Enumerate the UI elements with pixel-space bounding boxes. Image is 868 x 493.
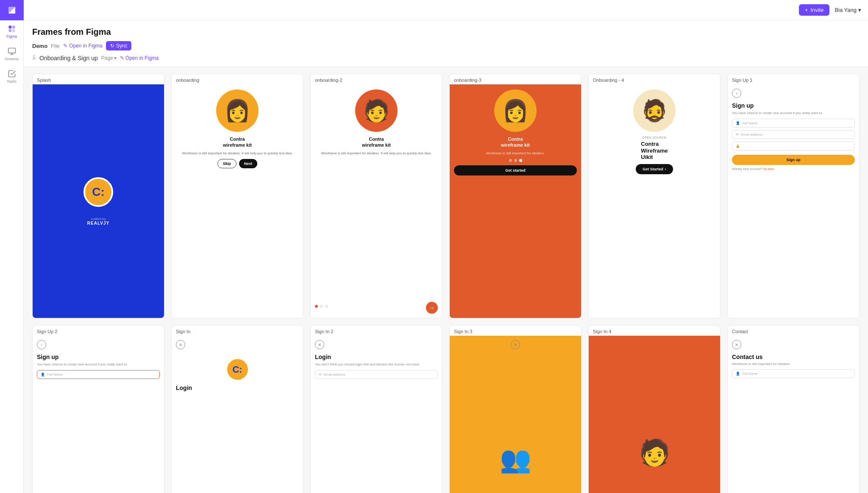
tasks-icon bbox=[8, 70, 16, 78]
signin4-character-icon: 🧑 bbox=[639, 440, 670, 465]
contact-fullname-placeholder: Full Name bbox=[742, 372, 757, 376]
frame-onboarding3-label: onboarding-3 bbox=[450, 74, 581, 84]
ob2-person-icon: 🧑 bbox=[363, 100, 389, 121]
open-figma-small-button[interactable]: ✎ Open in Figma bbox=[120, 55, 159, 61]
frame-signup1[interactable]: Sign Up 1 ‹ Sign up You have chance to c… bbox=[727, 74, 860, 318]
svg-rect-4 bbox=[8, 48, 15, 53]
frame-onboarding4-preview: 🧔 OPEN SOURCE ContraWireframeUikit Get S… bbox=[589, 84, 720, 318]
lock-icon: 🔒 bbox=[736, 144, 740, 148]
ob3-person-circle: 👩 bbox=[494, 89, 537, 132]
frame-splash-label: Splash bbox=[33, 74, 164, 84]
skip-button[interactable]: Skip bbox=[217, 159, 236, 168]
ob-title: Contrawireframe kit bbox=[223, 136, 252, 148]
signin-title: Login bbox=[176, 384, 192, 391]
frame-contact[interactable]: Contact ✕ Contact us Wireframe is still … bbox=[727, 325, 860, 493]
user-menu[interactable]: Bia Yang ▾ bbox=[835, 7, 861, 13]
dot-2 bbox=[320, 305, 323, 308]
page-dropdown[interactable]: Page ▾ bbox=[101, 55, 117, 61]
su1-signup-button[interactable]: Sign up bbox=[732, 155, 855, 165]
signin2-close-button[interactable]: ✕ bbox=[315, 340, 324, 349]
signin2-desc: You don't think you should login first a… bbox=[315, 362, 420, 367]
ob3-dot-2 bbox=[514, 159, 517, 162]
signin2-title: Login bbox=[315, 354, 331, 360]
user-name-label: Bia Yang bbox=[835, 7, 857, 13]
ob4-person-circle: 🧔 bbox=[633, 89, 676, 132]
su1-fullname-input[interactable]: 👤 Full Name bbox=[732, 119, 855, 128]
svg-rect-2 bbox=[8, 29, 11, 32]
frame-signin3-label: Sign In 3 bbox=[450, 326, 581, 336]
ob-buttons: Skip Next bbox=[217, 159, 258, 168]
ob4-arrow-icon: › bbox=[665, 167, 666, 171]
sidebar-item-tasks[interactable]: Tasks bbox=[0, 65, 23, 88]
signin3-characters-icon: 👥 bbox=[500, 447, 531, 472]
frame-onboarding[interactable]: onboarding 👩 Contrawireframe kit Wirefra… bbox=[171, 74, 303, 318]
invite-button[interactable]: + Invite bbox=[799, 4, 830, 16]
su1-title: Sign up bbox=[732, 102, 754, 109]
frame-onboarding3[interactable]: onboarding-3 👩 Contrawireframe kit Wiref… bbox=[449, 74, 581, 318]
su1-email-input[interactable]: ✉ Email address bbox=[732, 130, 855, 139]
contact-fullname-input[interactable]: 👤 Full Name bbox=[732, 369, 855, 378]
ob-desc: Wireframe is still important for ideatio… bbox=[182, 151, 293, 156]
open-figma-small-icon: ✎ bbox=[120, 55, 124, 61]
ob4-title: ContraWireframeUikit bbox=[641, 141, 668, 161]
invite-icon: + bbox=[805, 7, 808, 13]
app-logo[interactable] bbox=[0, 0, 24, 20]
ob2-next-arrow[interactable]: → bbox=[426, 302, 438, 314]
frame-signup2[interactable]: Sign Up 2 ‹ Sign up You have chance to c… bbox=[32, 325, 164, 493]
ob2-desc: Wireframe is still important for ideatio… bbox=[321, 151, 432, 156]
sidebar-item-figma[interactable]: Figma bbox=[0, 20, 23, 43]
frame-signin[interactable]: Sign In ✕ C: Login bbox=[171, 325, 303, 493]
su2-fullname-placeholder: Full Name bbox=[47, 373, 62, 376]
open-figma-button[interactable]: ✎ Open in Figma bbox=[63, 43, 103, 49]
su2-fullname-input[interactable]: 👤 Full Name bbox=[37, 370, 160, 379]
frame-onboarding2[interactable]: onboarding-2 🧑 Contrawireframe kit Wiref… bbox=[310, 74, 442, 318]
content-area: Frames from Figma Demo File ✎ Open in Fi… bbox=[24, 20, 868, 493]
page-name: Onboarding & Sign up bbox=[39, 55, 98, 61]
frame-contact-label: Contact bbox=[728, 326, 859, 336]
frame-signin4-preview: 🧑 bbox=[589, 336, 720, 493]
ob2-title: Contrawireframe kit bbox=[362, 136, 391, 148]
frame-splash-preview: C: crafted by REALVJY bbox=[33, 84, 164, 318]
svg-rect-0 bbox=[8, 26, 11, 29]
frame-onboarding-label: onboarding bbox=[172, 74, 303, 84]
ob-person-icon: 👩 bbox=[224, 100, 250, 121]
page-label: Page bbox=[101, 55, 113, 61]
frame-signin2[interactable]: Sign In 2 ✕ Login You don't think you sh… bbox=[310, 325, 442, 493]
su2-back-button[interactable]: ‹ bbox=[37, 340, 46, 349]
email-icon: ✉ bbox=[319, 373, 322, 376]
page-title: Frames from Figma bbox=[32, 27, 860, 37]
next-button[interactable]: Next bbox=[239, 159, 258, 168]
ob4-person-icon: 🧔 bbox=[641, 100, 668, 121]
ob3-get-started-button[interactable]: Get started bbox=[454, 165, 577, 175]
ob2-person-circle: 🧑 bbox=[355, 89, 398, 132]
frame-signin4[interactable]: Sign In 4 🧑 bbox=[588, 325, 721, 493]
person-icon: 👤 bbox=[736, 372, 740, 376]
sync-button[interactable]: ↻ Sync bbox=[106, 41, 132, 50]
frame-splash[interactable]: Splash C: crafted by REALVJY bbox=[32, 74, 164, 318]
contact-close-button[interactable]: ✕ bbox=[732, 340, 741, 349]
ob3-title: Contrawireframe kit bbox=[501, 136, 530, 148]
signin3-close-button[interactable]: ✕ bbox=[511, 340, 520, 349]
ob2-dots bbox=[315, 305, 328, 308]
ob4-get-started-label: Get Started bbox=[643, 167, 663, 171]
frame-signin-preview: ✕ C: Login bbox=[172, 336, 303, 493]
signin-close-button[interactable]: ✕ bbox=[176, 340, 185, 349]
su1-password-input[interactable]: 🔒 bbox=[732, 142, 855, 150]
ob3-dots bbox=[509, 159, 522, 162]
frame-onboarding3-preview: 👩 Contrawireframe kit Wireframe is still… bbox=[450, 84, 581, 318]
ob4-get-started-button[interactable]: Get Started › bbox=[636, 164, 673, 174]
su1-already-text: Already have account? Go here bbox=[732, 167, 773, 170]
frame-onboarding4[interactable]: Onboarding - 4 🧔 OPEN SOURCE ContraWiref… bbox=[588, 74, 721, 318]
ob3-dot-3 bbox=[519, 159, 522, 162]
frames-grid-row2: Sign Up 2 ‹ Sign up You have chance to c… bbox=[24, 325, 868, 493]
frame-signin3[interactable]: Sign In 3 ✕ 👥 bbox=[449, 325, 581, 493]
sync-icon: ↻ bbox=[110, 43, 114, 49]
sidebar-item-screens[interactable]: Screens bbox=[0, 43, 23, 65]
contact-title: Contact us bbox=[732, 354, 762, 360]
open-figma-small-label: Open in Figma bbox=[125, 55, 159, 61]
signin2-email-input[interactable]: ✉ Email address bbox=[315, 370, 438, 379]
su1-go-here-link[interactable]: Go here bbox=[763, 167, 773, 170]
drag-handle-icon: ⠿ bbox=[32, 55, 36, 61]
signin2-email-placeholder: Email address bbox=[324, 373, 345, 376]
su1-back-button[interactable]: ‹ bbox=[732, 89, 741, 98]
